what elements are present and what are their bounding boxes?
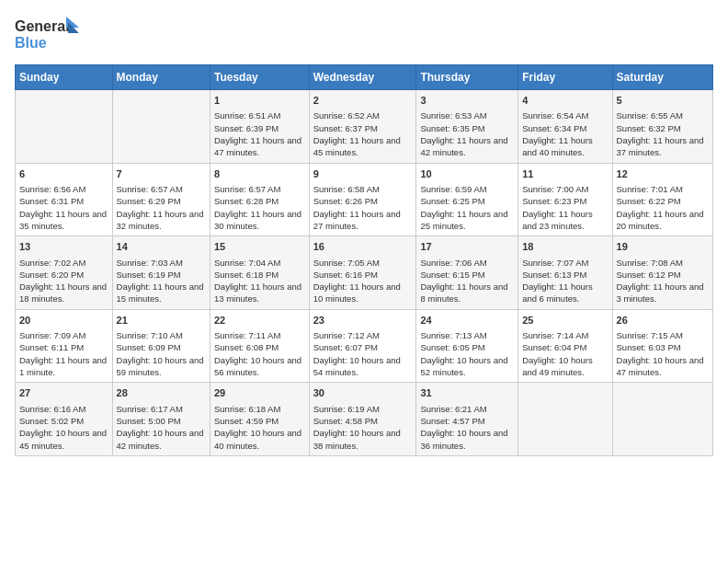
- header-cell-tuesday: Tuesday: [210, 65, 310, 90]
- day-number: 24: [420, 314, 514, 327]
- day-number: 27: [19, 386, 108, 400]
- cell-content: Sunrise: 7:10 AM Sunset: 6:09 PM Dayligh…: [117, 329, 206, 378]
- day-number: 11: [522, 167, 608, 181]
- calendar-cell: 28Sunrise: 6:17 AM Sunset: 5:00 PM Dayli…: [112, 383, 210, 456]
- calendar-cell: 17Sunrise: 7:06 AM Sunset: 6:15 PM Dayli…: [416, 236, 518, 310]
- calendar-cell: 26Sunrise: 7:15 AM Sunset: 6:03 PM Dayli…: [612, 309, 712, 383]
- cell-content: Sunrise: 7:08 AM Sunset: 6:12 PM Dayligh…: [617, 257, 709, 305]
- calendar-cell: 4Sunrise: 6:54 AM Sunset: 6:34 PM Daylig…: [518, 90, 612, 164]
- calendar-cell: [518, 383, 612, 456]
- cell-content: Sunrise: 7:14 AM Sunset: 6:04 PM Dayligh…: [522, 329, 608, 378]
- cell-content: Sunrise: 6:56 AM Sunset: 6:31 PM Dayligh…: [19, 183, 108, 232]
- header-row: SundayMondayTuesdayWednesdayThursdayFrid…: [16, 65, 713, 90]
- calendar-cell: 24Sunrise: 7:13 AM Sunset: 6:05 PM Dayli…: [416, 309, 518, 383]
- calendar-cell: 15Sunrise: 7:04 AM Sunset: 6:18 PM Dayli…: [210, 236, 310, 310]
- logo-svg: GeneralBlue: [15, 15, 79, 53]
- week-row: 27Sunrise: 6:16 AM Sunset: 5:02 PM Dayli…: [16, 383, 713, 456]
- day-number: 17: [420, 240, 514, 254]
- calendar-cell: 13Sunrise: 7:02 AM Sunset: 6:20 PM Dayli…: [16, 236, 113, 310]
- header-cell-thursday: Thursday: [416, 65, 518, 90]
- cell-content: Sunrise: 6:52 AM Sunset: 6:37 PM Dayligh…: [313, 109, 413, 158]
- calendar-cell: 31Sunrise: 6:21 AM Sunset: 4:57 PM Dayli…: [416, 383, 518, 456]
- calendar-cell: 27Sunrise: 6:16 AM Sunset: 5:02 PM Dayli…: [16, 383, 113, 456]
- page-header: GeneralBlue: [15, 15, 713, 53]
- calendar-cell: 14Sunrise: 7:03 AM Sunset: 6:19 PM Dayli…: [112, 236, 210, 310]
- day-number: 1: [214, 94, 305, 108]
- cell-content: Sunrise: 7:04 AM Sunset: 6:18 PM Dayligh…: [214, 257, 305, 305]
- cell-content: Sunrise: 7:06 AM Sunset: 6:15 PM Dayligh…: [420, 257, 514, 305]
- cell-content: Sunrise: 7:07 AM Sunset: 6:13 PM Dayligh…: [522, 257, 608, 305]
- calendar-cell: 7Sunrise: 6:57 AM Sunset: 6:29 PM Daylig…: [112, 163, 210, 236]
- week-row: 1Sunrise: 6:51 AM Sunset: 6:39 PM Daylig…: [16, 90, 713, 164]
- calendar-cell: 11Sunrise: 7:00 AM Sunset: 6:23 PM Dayli…: [518, 163, 612, 236]
- calendar-cell: 21Sunrise: 7:10 AM Sunset: 6:09 PM Dayli…: [112, 309, 210, 383]
- day-number: 30: [313, 386, 413, 400]
- header-cell-wednesday: Wednesday: [309, 65, 416, 90]
- cell-content: Sunrise: 7:13 AM Sunset: 6:05 PM Dayligh…: [420, 329, 514, 378]
- cell-content: Sunrise: 6:55 AM Sunset: 6:32 PM Dayligh…: [617, 109, 709, 158]
- calendar-cell: 10Sunrise: 6:59 AM Sunset: 6:25 PM Dayli…: [416, 163, 518, 236]
- day-number: 25: [522, 314, 608, 327]
- calendar-cell: [112, 90, 210, 164]
- day-number: 14: [117, 240, 206, 254]
- cell-content: Sunrise: 6:58 AM Sunset: 6:26 PM Dayligh…: [313, 183, 413, 232]
- calendar-cell: 3Sunrise: 6:53 AM Sunset: 6:35 PM Daylig…: [416, 90, 518, 164]
- calendar-cell: 2Sunrise: 6:52 AM Sunset: 6:37 PM Daylig…: [309, 90, 416, 164]
- day-number: 13: [19, 240, 108, 254]
- week-row: 6Sunrise: 6:56 AM Sunset: 6:31 PM Daylig…: [16, 163, 713, 236]
- cell-content: Sunrise: 6:17 AM Sunset: 5:00 PM Dayligh…: [117, 403, 206, 452]
- day-number: 3: [420, 94, 514, 108]
- calendar-cell: 19Sunrise: 7:08 AM Sunset: 6:12 PM Dayli…: [612, 236, 712, 310]
- cell-content: Sunrise: 7:01 AM Sunset: 6:22 PM Dayligh…: [617, 183, 709, 232]
- day-number: 18: [522, 240, 608, 254]
- cell-content: Sunrise: 6:57 AM Sunset: 6:28 PM Dayligh…: [214, 183, 305, 232]
- calendar-cell: 6Sunrise: 6:56 AM Sunset: 6:31 PM Daylig…: [16, 163, 113, 236]
- header-cell-friday: Friday: [518, 65, 612, 90]
- day-number: 26: [617, 314, 709, 327]
- calendar-cell: 9Sunrise: 6:58 AM Sunset: 6:26 PM Daylig…: [309, 163, 416, 236]
- day-number: 29: [214, 386, 305, 400]
- calendar-cell: 12Sunrise: 7:01 AM Sunset: 6:22 PM Dayli…: [612, 163, 712, 236]
- calendar-cell: 1Sunrise: 6:51 AM Sunset: 6:39 PM Daylig…: [210, 90, 310, 164]
- calendar-table: SundayMondayTuesdayWednesdayThursdayFrid…: [15, 64, 713, 456]
- calendar-cell: 22Sunrise: 7:11 AM Sunset: 6:08 PM Dayli…: [210, 309, 310, 383]
- svg-text:General: General: [15, 18, 70, 34]
- calendar-cell: 20Sunrise: 7:09 AM Sunset: 6:11 PM Dayli…: [16, 309, 113, 383]
- day-number: 2: [313, 94, 413, 108]
- week-row: 13Sunrise: 7:02 AM Sunset: 6:20 PM Dayli…: [16, 236, 713, 310]
- calendar-cell: [612, 383, 712, 456]
- day-number: 12: [617, 167, 709, 181]
- svg-text:Blue: Blue: [15, 35, 47, 51]
- cell-content: Sunrise: 6:53 AM Sunset: 6:35 PM Dayligh…: [420, 109, 514, 158]
- cell-content: Sunrise: 6:18 AM Sunset: 4:59 PM Dayligh…: [214, 403, 305, 452]
- cell-content: Sunrise: 6:51 AM Sunset: 6:39 PM Dayligh…: [214, 109, 305, 158]
- day-number: 6: [19, 167, 108, 181]
- calendar-cell: [16, 90, 113, 164]
- cell-content: Sunrise: 6:57 AM Sunset: 6:29 PM Dayligh…: [117, 183, 206, 232]
- cell-content: Sunrise: 7:12 AM Sunset: 6:07 PM Dayligh…: [313, 329, 413, 378]
- day-number: 8: [214, 167, 305, 181]
- day-number: 23: [313, 314, 413, 327]
- calendar-cell: 5Sunrise: 6:55 AM Sunset: 6:32 PM Daylig…: [612, 90, 712, 164]
- cell-content: Sunrise: 6:16 AM Sunset: 5:02 PM Dayligh…: [19, 403, 108, 452]
- cell-content: Sunrise: 7:15 AM Sunset: 6:03 PM Dayligh…: [617, 329, 709, 378]
- cell-content: Sunrise: 6:59 AM Sunset: 6:25 PM Dayligh…: [420, 183, 514, 232]
- cell-content: Sunrise: 7:00 AM Sunset: 6:23 PM Dayligh…: [522, 183, 608, 232]
- day-number: 5: [617, 94, 709, 108]
- cell-content: Sunrise: 7:02 AM Sunset: 6:20 PM Dayligh…: [19, 257, 108, 305]
- day-number: 21: [117, 314, 206, 327]
- day-number: 28: [117, 386, 206, 400]
- day-number: 9: [313, 167, 413, 181]
- calendar-cell: 18Sunrise: 7:07 AM Sunset: 6:13 PM Dayli…: [518, 236, 612, 310]
- calendar-cell: 16Sunrise: 7:05 AM Sunset: 6:16 PM Dayli…: [309, 236, 416, 310]
- header-cell-sunday: Sunday: [16, 65, 113, 90]
- day-number: 4: [522, 94, 608, 108]
- calendar-cell: 23Sunrise: 7:12 AM Sunset: 6:07 PM Dayli…: [309, 309, 416, 383]
- cell-content: Sunrise: 6:19 AM Sunset: 4:58 PM Dayligh…: [313, 403, 413, 452]
- day-number: 19: [617, 240, 709, 254]
- logo: GeneralBlue: [15, 15, 79, 53]
- day-number: 22: [214, 314, 305, 327]
- cell-content: Sunrise: 6:54 AM Sunset: 6:34 PM Dayligh…: [522, 109, 608, 158]
- cell-content: Sunrise: 6:21 AM Sunset: 4:57 PM Dayligh…: [420, 403, 514, 452]
- calendar-body: 1Sunrise: 6:51 AM Sunset: 6:39 PM Daylig…: [16, 90, 713, 456]
